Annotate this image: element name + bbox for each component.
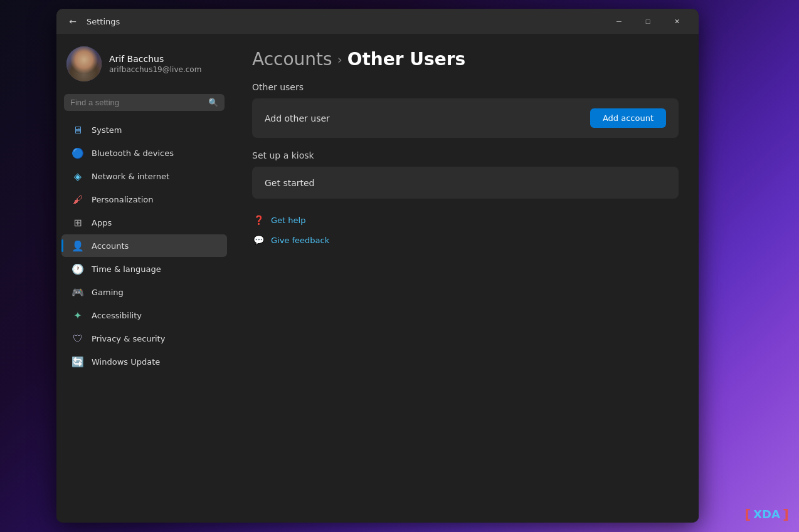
time-icon: 🕐: [71, 263, 84, 275]
privacy-icon: 🛡: [71, 332, 84, 345]
personalization-icon: 🖌: [71, 193, 84, 206]
sidebar-item-label: Gaming: [92, 288, 124, 297]
search-icon: 🔍: [208, 98, 218, 107]
sidebar-item-gaming[interactable]: 🎮 Gaming: [61, 281, 227, 303]
sidebar-item-bluetooth[interactable]: 🔵 Bluetooth & devices: [61, 142, 227, 164]
accessibility-icon: ✦: [71, 309, 84, 321]
bluetooth-icon: 🔵: [71, 147, 84, 159]
give-feedback-icon: 💬: [252, 234, 265, 246]
sidebar-item-privacy[interactable]: 🛡 Privacy & security: [61, 327, 227, 350]
avatar: [66, 46, 102, 81]
help-links: ❓ Get help 💬 Give feedback: [252, 214, 679, 246]
sidebar-item-label: Personalization: [92, 195, 154, 204]
main-layout: Arif Bacchus arifbacchus19@live.com 🔍 🖥 …: [56, 34, 699, 523]
sidebar-item-time[interactable]: 🕐 Time & language: [61, 258, 227, 280]
sidebar-item-apps[interactable]: ⊞ Apps: [61, 211, 227, 234]
sidebar-item-update[interactable]: 🔄 Windows Update: [61, 350, 227, 373]
other-users-section-label: Other users: [252, 82, 679, 92]
network-icon: ◈: [71, 170, 84, 182]
get-started-label: Get started: [265, 178, 315, 188]
sidebar-item-label: Accessibility: [92, 311, 142, 320]
sidebar-item-label: Privacy & security: [92, 334, 165, 343]
sidebar-item-label: Apps: [92, 218, 112, 227]
sidebar-item-label: Bluetooth & devices: [92, 149, 174, 158]
give-feedback-label: Give feedback: [271, 236, 329, 245]
gaming-icon: 🎮: [71, 286, 84, 298]
xda-bracket-open: [: [744, 506, 751, 522]
close-button[interactable]: ✕: [662, 11, 691, 31]
breadcrumb-parent[interactable]: Accounts: [252, 49, 332, 70]
sidebar-item-system[interactable]: 🖥 System: [61, 118, 227, 141]
apps-icon: ⊞: [71, 216, 84, 229]
sidebar-item-label: System: [92, 125, 122, 135]
sidebar-item-label: Network & internet: [92, 172, 169, 181]
get-help-link[interactable]: ❓ Get help: [252, 214, 679, 226]
window-controls: ─ □ ✕: [605, 11, 691, 31]
user-name: Arif Bacchus: [109, 54, 201, 64]
add-account-button[interactable]: Add account: [590, 108, 666, 128]
add-other-user-card: Add other user Add account: [252, 98, 679, 138]
minimize-button[interactable]: ─: [605, 11, 633, 31]
sidebar-item-label: Time & language: [92, 264, 161, 274]
user-profile[interactable]: Arif Bacchus arifbacchus19@live.com: [56, 41, 232, 91]
user-info: Arif Bacchus arifbacchus19@live.com: [109, 54, 201, 74]
xda-text: XDA: [753, 508, 780, 521]
sidebar-item-label: Windows Update: [92, 357, 160, 367]
xda-watermark: [ XDA ]: [744, 506, 789, 522]
search-box[interactable]: 🔍: [64, 94, 225, 111]
sidebar-item-personalization[interactable]: 🖌 Personalization: [61, 188, 227, 211]
sidebar: Arif Bacchus arifbacchus19@live.com 🔍 🖥 …: [56, 34, 232, 523]
maximize-button[interactable]: □: [633, 11, 662, 31]
breadcrumb-separator: ›: [337, 52, 342, 67]
update-icon: 🔄: [71, 355, 84, 368]
avatar-image: [66, 46, 102, 81]
system-icon: 🖥: [71, 123, 84, 136]
sidebar-item-label: Accounts: [92, 241, 129, 251]
back-button[interactable]: ←: [64, 13, 82, 30]
kiosk-section-label: Set up a kiosk: [252, 150, 679, 160]
get-help-icon: ❓: [252, 214, 265, 226]
kiosk-card: Get started: [252, 167, 679, 199]
content-pane: Accounts › Other Users Other users Add o…: [232, 34, 699, 523]
sidebar-item-network[interactable]: ◈ Network & internet: [61, 165, 227, 187]
sidebar-item-accessibility[interactable]: ✦ Accessibility: [61, 304, 227, 326]
window-title: Settings: [87, 17, 605, 26]
get-help-label: Get help: [271, 216, 305, 225]
breadcrumb-current: Other Users: [347, 49, 466, 70]
give-feedback-link[interactable]: 💬 Give feedback: [252, 234, 679, 246]
user-email: arifbacchus19@live.com: [109, 65, 201, 74]
settings-window: ← Settings ─ □ ✕ Arif Bacchus arifbacchu…: [56, 9, 699, 523]
add-other-user-row: Add other user Add account: [265, 108, 666, 128]
search-input[interactable]: [70, 98, 203, 107]
breadcrumb: Accounts › Other Users: [252, 49, 679, 70]
accounts-icon: 👤: [71, 239, 84, 252]
xda-bracket-close: ]: [783, 506, 789, 522]
titlebar: ← Settings ─ □ ✕: [56, 9, 699, 34]
sidebar-item-accounts[interactable]: 👤 Accounts: [61, 234, 227, 257]
add-other-user-label: Add other user: [265, 113, 330, 123]
